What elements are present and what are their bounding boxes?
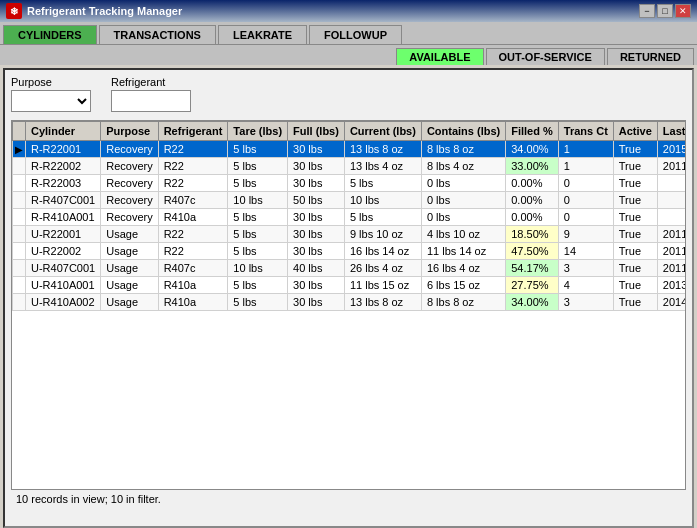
- main-content: Purpose Recovery Usage Refrigerant Cylin…: [3, 68, 694, 528]
- svg-text:❄: ❄: [10, 6, 18, 17]
- cell-refrigerant: R410a: [158, 294, 228, 311]
- cell-filled: 33.00%: [506, 158, 559, 175]
- cell-filled: 47.50%: [506, 243, 559, 260]
- col-current[interactable]: Current (lbs): [344, 122, 421, 141]
- cell-full: 30 lbs: [288, 158, 345, 175]
- table-row[interactable]: R-R410A001RecoveryR410a5 lbs30 lbs5 lbs0…: [13, 209, 687, 226]
- cell-lastjo: 20114: [657, 243, 686, 260]
- col-full[interactable]: Full (lbs): [288, 122, 345, 141]
- cell-lastjo: [657, 192, 686, 209]
- tab-cylinders[interactable]: CYLINDERS: [3, 25, 97, 44]
- tab-followup[interactable]: FOLLOWUP: [309, 25, 402, 44]
- col-tare[interactable]: Tare (lbs): [228, 122, 288, 141]
- table-row[interactable]: U-R22001UsageR225 lbs30 lbs9 lbs 10 oz4 …: [13, 226, 687, 243]
- row-indicator: ▶: [13, 141, 26, 158]
- row-indicator: [13, 243, 26, 260]
- cell-full: 50 lbs: [288, 192, 345, 209]
- table-row[interactable]: ▶R-R22001RecoveryR225 lbs30 lbs13 lbs 8 …: [13, 141, 687, 158]
- tab-leakrate[interactable]: LEAKRATE: [218, 25, 307, 44]
- cell-active: True: [613, 294, 657, 311]
- cell-transct: 4: [558, 277, 613, 294]
- cell-transct: 1: [558, 158, 613, 175]
- table-row[interactable]: R-R22002RecoveryR225 lbs30 lbs13 lbs 4 o…: [13, 158, 687, 175]
- tab-available[interactable]: AVAILABLE: [396, 48, 483, 65]
- cell-transct: 0: [558, 175, 613, 192]
- cell-transct: 3: [558, 260, 613, 277]
- table-row[interactable]: U-R410A001UsageR410a5 lbs30 lbs11 lbs 15…: [13, 277, 687, 294]
- tab-returned[interactable]: RETURNED: [607, 48, 694, 65]
- col-indicator: [13, 122, 26, 141]
- cell-tare: 5 lbs: [228, 141, 288, 158]
- table-row[interactable]: U-R410A002UsageR410a5 lbs30 lbs13 lbs 8 …: [13, 294, 687, 311]
- table-row[interactable]: U-R407C001UsageR407c10 lbs40 lbs26 lbs 4…: [13, 260, 687, 277]
- cell-current: 13 lbs 8 oz: [344, 141, 421, 158]
- cell-refrigerant: R22: [158, 226, 228, 243]
- refrigerant-label: Refrigerant: [111, 76, 191, 88]
- table-row[interactable]: R-R407C001RecoveryR407c10 lbs50 lbs10 lb…: [13, 192, 687, 209]
- tab-out-of-service[interactable]: OUT-OF-SERVICE: [486, 48, 605, 65]
- col-active[interactable]: Active: [613, 122, 657, 141]
- col-filled[interactable]: Filled %: [506, 122, 559, 141]
- cell-contains: 8 lbs 8 oz: [421, 294, 505, 311]
- cell-filled: 34.00%: [506, 141, 559, 158]
- cell-refrigerant: R22: [158, 158, 228, 175]
- status-tabs: AVAILABLE OUT-OF-SERVICE RETURNED: [0, 44, 697, 65]
- tab-transactions[interactable]: TRANSACTIONS: [99, 25, 216, 44]
- cell-active: True: [613, 277, 657, 294]
- cell-cylinder: R-R410A001: [26, 209, 101, 226]
- col-lastjo[interactable]: Last Jo: [657, 122, 686, 141]
- minimize-button[interactable]: −: [639, 4, 655, 18]
- cell-purpose: Recovery: [101, 158, 158, 175]
- nav-tabs: CYLINDERS TRANSACTIONS LEAKRATE FOLLOWUP: [0, 22, 697, 44]
- table-row[interactable]: R-R22003RecoveryR225 lbs30 lbs5 lbs0 lbs…: [13, 175, 687, 192]
- title-text: Refrigerant Tracking Manager: [27, 5, 182, 17]
- cell-tare: 5 lbs: [228, 294, 288, 311]
- app-icon: ❄: [6, 3, 22, 19]
- cell-cylinder: U-R410A001: [26, 277, 101, 294]
- cell-transct: 14: [558, 243, 613, 260]
- cell-lastjo: 20133: [657, 277, 686, 294]
- purpose-label: Purpose: [11, 76, 91, 88]
- cell-active: True: [613, 243, 657, 260]
- cell-filled: 34.00%: [506, 294, 559, 311]
- col-contains[interactable]: Contains (lbs): [421, 122, 505, 141]
- row-indicator: [13, 209, 26, 226]
- cell-purpose: Recovery: [101, 209, 158, 226]
- cell-current: 13 lbs 4 oz: [344, 158, 421, 175]
- cell-contains: 16 lbs 4 oz: [421, 260, 505, 277]
- row-indicator: [13, 175, 26, 192]
- cell-current: 10 lbs: [344, 192, 421, 209]
- col-purpose[interactable]: Purpose: [101, 122, 158, 141]
- maximize-button[interactable]: □: [657, 4, 673, 18]
- cell-filled: 18.50%: [506, 226, 559, 243]
- cell-tare: 5 lbs: [228, 277, 288, 294]
- cell-refrigerant: R22: [158, 141, 228, 158]
- cell-full: 40 lbs: [288, 260, 345, 277]
- cell-transct: 3: [558, 294, 613, 311]
- cell-current: 16 lbs 14 oz: [344, 243, 421, 260]
- cell-contains: 0 lbs: [421, 192, 505, 209]
- table-row[interactable]: U-R22002UsageR225 lbs30 lbs16 lbs 14 oz1…: [13, 243, 687, 260]
- cell-refrigerant: R407c: [158, 260, 228, 277]
- cell-tare: 5 lbs: [228, 226, 288, 243]
- purpose-select[interactable]: Recovery Usage: [11, 90, 91, 112]
- cell-contains: 8 lbs 8 oz: [421, 141, 505, 158]
- cell-lastjo: [657, 175, 686, 192]
- cell-purpose: Usage: [101, 294, 158, 311]
- row-indicator: [13, 192, 26, 209]
- col-refrigerant[interactable]: Refrigerant: [158, 122, 228, 141]
- status-bar: 10 records in view; 10 in filter.: [11, 490, 686, 508]
- cell-full: 30 lbs: [288, 277, 345, 294]
- close-button[interactable]: ✕: [675, 4, 691, 18]
- purpose-filter-group: Purpose Recovery Usage: [11, 76, 91, 112]
- filter-row: Purpose Recovery Usage Refrigerant: [11, 76, 686, 112]
- cell-active: True: [613, 192, 657, 209]
- col-cylinder[interactable]: Cylinder: [26, 122, 101, 141]
- cell-transct: 0: [558, 192, 613, 209]
- cell-active: True: [613, 158, 657, 175]
- cell-cylinder: U-R407C001: [26, 260, 101, 277]
- refrigerant-input[interactable]: [111, 90, 191, 112]
- cell-lastjo: [657, 209, 686, 226]
- cell-purpose: Usage: [101, 277, 158, 294]
- col-transct[interactable]: Trans Ct: [558, 122, 613, 141]
